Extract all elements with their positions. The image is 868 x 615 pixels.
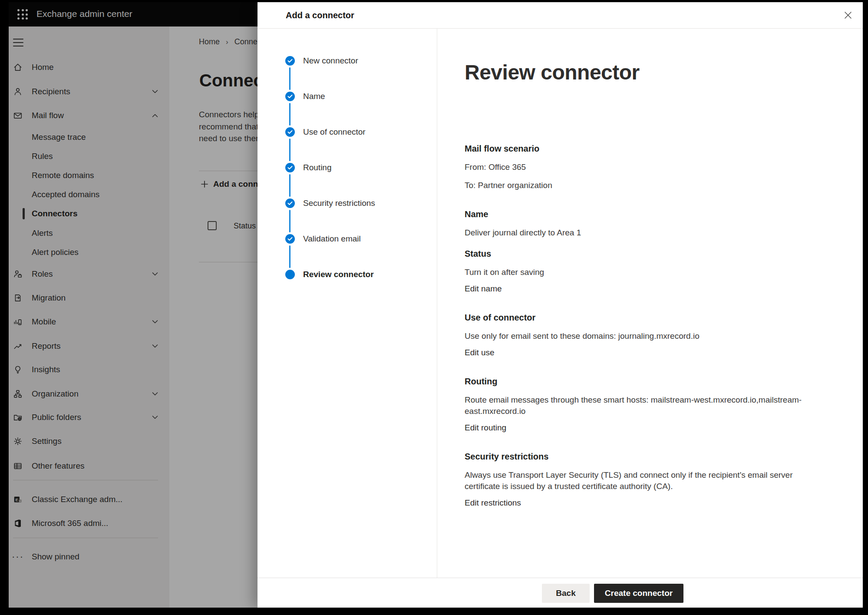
step-connector-line	[289, 103, 290, 126]
wizard-stepper: New connector Name Use of connector Rout…	[257, 29, 437, 578]
use-of-connector-value: Use only for email sent to these domains…	[465, 331, 810, 342]
mail-flow-to-value: To: Partner organization	[465, 180, 810, 191]
step-name[interactable]: Name	[285, 92, 325, 101]
step-use-of-connector[interactable]: Use of connector	[285, 127, 366, 137]
app-window: Exchange admin center Home Recipients Ma…	[9, 2, 863, 608]
edit-name-link[interactable]: Edit name	[465, 283, 502, 294]
screenshot-frame: Exchange admin center Home Recipients Ma…	[0, 0, 868, 615]
edit-routing-link[interactable]: Edit routing	[465, 422, 506, 433]
step-connector-line	[289, 210, 290, 232]
section-heading-security-restrictions: Security restrictions	[465, 451, 810, 463]
step-active-dot-icon	[285, 270, 295, 279]
review-heading: Review connector	[465, 60, 811, 85]
step-complete-check-icon	[285, 56, 295, 66]
status-value: Turn it on after saving	[465, 267, 810, 278]
step-complete-check-icon	[285, 234, 295, 244]
step-complete-check-icon	[285, 198, 295, 208]
review-pane: Review connector Mail flow scenario From…	[437, 29, 863, 578]
step-connector-line	[289, 174, 290, 197]
step-connector-line	[289, 139, 290, 161]
dialog-body: New connector Name Use of connector Rout…	[257, 29, 863, 578]
edit-use-link[interactable]: Edit use	[465, 347, 495, 358]
close-icon[interactable]	[841, 8, 855, 22]
section-heading-name: Name	[465, 208, 810, 220]
add-connector-dialog: Add a connector New connector	[257, 2, 863, 608]
section-heading-status: Status	[465, 248, 810, 260]
connector-name-value: Deliver journal directly to Area 1	[465, 227, 810, 238]
step-complete-check-icon	[285, 127, 295, 137]
section-heading-use-of-connector: Use of connector	[465, 312, 810, 324]
create-connector-button[interactable]: Create connector	[594, 584, 683, 603]
step-connector-line	[289, 245, 290, 268]
back-button[interactable]: Back	[542, 584, 590, 603]
dialog-footer: Back Create connector	[257, 578, 863, 608]
step-security-restrictions[interactable]: Security restrictions	[285, 198, 375, 208]
review-sections: Mail flow scenario From: Office 365 To: …	[465, 143, 810, 509]
section-heading-routing: Routing	[465, 376, 810, 387]
step-new-connector[interactable]: New connector	[285, 56, 358, 66]
step-complete-check-icon	[285, 163, 295, 172]
dialog-title: Add a connector	[286, 10, 354, 20]
edit-restrictions-link[interactable]: Edit restrictions	[465, 497, 521, 509]
section-heading-mail-flow-scenario: Mail flow scenario	[465, 143, 810, 155]
mail-flow-from-value: From: Office 365	[465, 162, 810, 173]
step-review-connector[interactable]: Review connector	[285, 270, 374, 279]
step-complete-check-icon	[285, 92, 295, 101]
step-routing[interactable]: Routing	[285, 163, 332, 172]
routing-value: Route email messages through these smart…	[465, 394, 810, 417]
security-restrictions-value: Always use Transport Layer Security (TLS…	[465, 470, 810, 492]
step-validation-email[interactable]: Validation email	[285, 234, 361, 244]
dialog-header: Add a connector	[257, 2, 863, 29]
step-connector-line	[289, 67, 290, 90]
